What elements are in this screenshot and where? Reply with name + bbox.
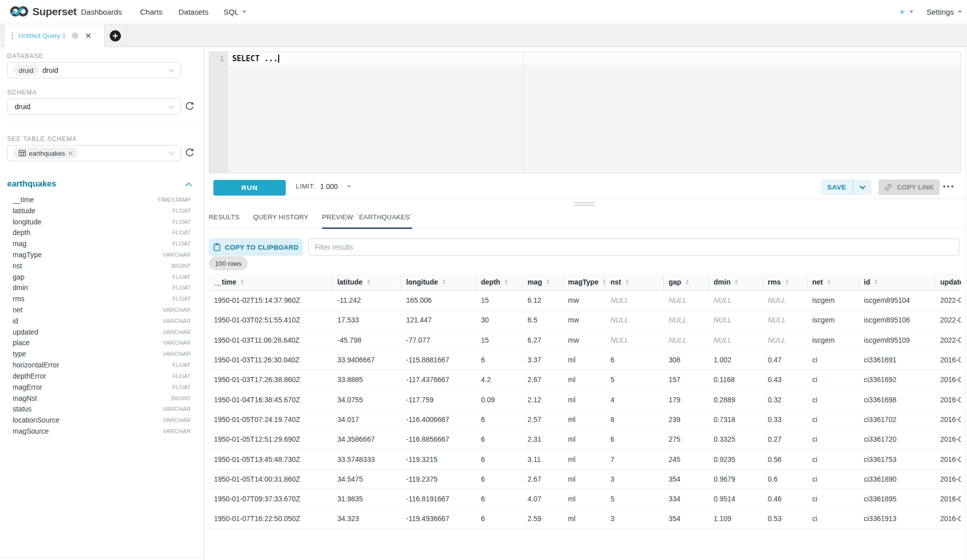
column-header-rms[interactable]: rms [763, 274, 807, 290]
query-tab[interactable]: Untitled Query 1 [4, 24, 105, 47]
schema-label: SCHEMA [7, 89, 37, 96]
column-name: updated [13, 328, 38, 336]
table-row: 1950-01-03T17:26:38.860Z33.8885-117.4376… [209, 370, 961, 390]
column-header-gap[interactable]: gap [664, 274, 709, 290]
table-cell: 1950-01-05T12:51:29.690Z [209, 430, 332, 449]
limit-dropdown[interactable]: LIMIT: 1 000 [296, 173, 351, 199]
column-header-latitude[interactable]: latitude [332, 274, 401, 290]
column-name: nst [13, 262, 22, 270]
sort-up-icon [443, 279, 446, 282]
table-section-title[interactable]: earthquakes [7, 179, 56, 189]
table-cell: NULL [605, 310, 664, 330]
results-tab-preview-earthquakes[interactable]: PREVIEW: `EARTHQUAKES` [322, 213, 412, 229]
table-cell: 2016-0 [935, 370, 961, 389]
table-cell: 6.5 [522, 310, 563, 330]
pane-resize-handle[interactable] [575, 202, 595, 207]
nav-charts[interactable]: Charts [140, 0, 162, 24]
column-name: status [13, 405, 31, 413]
table-cell: 2016-0 [935, 449, 961, 469]
table-cell: 1.109 [709, 509, 763, 528]
column-header-depth[interactable]: depth [476, 274, 522, 290]
table-cell: 2016-0 [935, 410, 961, 429]
superset-logo[interactable]: Superset [10, 5, 76, 18]
schema-value: druid [15, 103, 30, 111]
rows-count-badge: 100 rows [209, 256, 248, 270]
column-header-longitude[interactable]: longitude [401, 274, 476, 290]
table-cell: NULL [605, 331, 664, 350]
table-cell: 1950-01-03T17:26:38.860Z [209, 370, 332, 389]
new-tab-button[interactable] [105, 24, 126, 47]
column-header-mag[interactable]: mag [522, 274, 563, 290]
remove-table-icon[interactable] [68, 151, 73, 156]
table-cell: 31.9835 [332, 489, 401, 508]
column-header-magType[interactable]: magType [563, 274, 605, 290]
column-header-dmin[interactable]: dmin [709, 274, 763, 290]
table-cell: 0.3325 [709, 430, 763, 449]
schema-column-row: netVARCHAR [0, 304, 204, 315]
column-header-id[interactable]: id [859, 274, 935, 290]
table-cell: 5 [605, 370, 664, 389]
more-options-button[interactable] [943, 173, 953, 199]
schema-column-row: magFLOAT [0, 238, 204, 249]
table-cell: NULL [664, 291, 709, 310]
column-type: FLOAT [172, 285, 191, 291]
save-button-group: SAVE [821, 179, 871, 195]
nav-new-button[interactable]: + [899, 0, 913, 24]
table-row: 1950-01-04T16:38:45.670Z34.0755-117.7590… [209, 390, 961, 409]
table-cell: 2016-0 [935, 390, 961, 409]
column-type: VARCHAR [163, 307, 191, 313]
table-cell: 1950-01-07T09:37:33.670Z [209, 489, 332, 508]
dot-icon [943, 185, 945, 188]
nav-sql-label: SQL [224, 8, 239, 16]
column-type: VARCHAR [163, 351, 191, 357]
column-header-updated[interactable]: updated [935, 274, 961, 290]
close-tab-icon[interactable] [85, 33, 91, 38]
table-cell: 0.27 [763, 430, 807, 449]
table-cell: -77.077 [401, 331, 476, 350]
table-cell: 245 [664, 449, 709, 469]
table-cell: -119.3215 [401, 449, 476, 469]
collapse-table-icon[interactable] [185, 182, 192, 186]
column-header-label: magType [568, 278, 598, 286]
nav-dashboards[interactable]: Dashboards [81, 0, 122, 24]
nav-settings[interactable]: Settings [927, 0, 962, 24]
sql-editor[interactable]: 1 SELECT ... [209, 52, 961, 173]
refresh-table-button[interactable] [183, 147, 196, 160]
column-type: VARCHAR [163, 329, 191, 335]
save-dropdown-button[interactable] [853, 185, 871, 190]
results-tab-query-history[interactable]: QUERY HISTORY [253, 213, 308, 229]
sql-code[interactable]: SELECT ... [232, 52, 279, 65]
table-cell: 34.017 [332, 410, 401, 429]
column-header-nst[interactable]: nst [605, 274, 664, 290]
save-button[interactable]: SAVE [821, 183, 853, 191]
column-header-__time[interactable]: __time [209, 274, 332, 290]
column-name: magSource [13, 427, 49, 435]
schema-select[interactable]: druid [7, 99, 181, 115]
table-cell: 15 [476, 331, 522, 350]
column-type: FLOAT [172, 229, 191, 236]
refresh-schema-button[interactable] [183, 100, 196, 113]
table-cell: 8 [605, 410, 664, 429]
nav-sql[interactable]: SQL [224, 0, 246, 24]
column-header-net[interactable]: net [807, 274, 859, 290]
run-button[interactable]: RUN [213, 180, 286, 196]
schema-columns: __timeTIMESTAMPlatitudeFLOATlongitudeFLO… [0, 194, 204, 437]
table-cell: ci [807, 509, 859, 528]
sort-icon [686, 279, 689, 285]
limit-label: LIMIT: [296, 182, 315, 190]
table-cell: 1950-01-05T14:00:31.860Z [209, 470, 332, 489]
table-cell: 6 [605, 430, 664, 449]
table-row: 1950-01-03T11:26:30.040Z33.9406667-115.8… [209, 350, 961, 370]
table-cell: iscgem895109 [859, 331, 935, 350]
copy-to-clipboard-button[interactable]: COPY TO CLIPBOARD [209, 239, 303, 256]
results-tab-results[interactable]: RESULTS [209, 213, 239, 229]
nav-datasets[interactable]: Datasets [179, 0, 208, 24]
table-select[interactable]: earthquakes [7, 145, 181, 161]
copy-link-button[interactable]: COPY LINK [878, 179, 940, 195]
database-select[interactable]: druid druid [7, 62, 181, 78]
table-cell: 1950-01-07T16:22:50.050Z [209, 509, 332, 528]
table-cell: 0.33 [763, 410, 807, 429]
drag-handle-icon[interactable] [12, 32, 13, 39]
caret-down-icon [242, 11, 246, 13]
filter-results-input[interactable] [308, 239, 959, 256]
